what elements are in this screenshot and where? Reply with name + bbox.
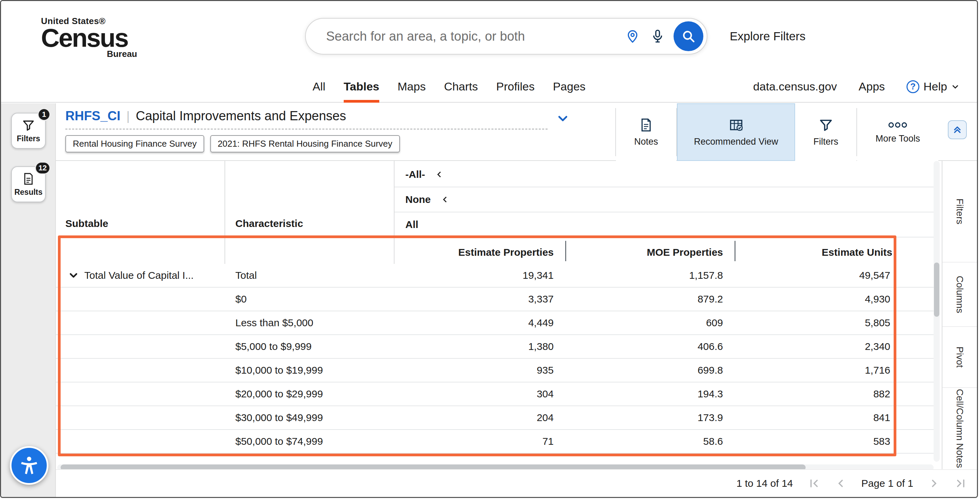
filters-tool-button[interactable]: Filters (795, 104, 857, 161)
moe-properties-cell: 699.8 (565, 359, 735, 382)
characteristic-cell: Total (224, 264, 394, 287)
filters-tool-label: Filters (813, 137, 838, 147)
tab-all[interactable]: All (313, 80, 325, 103)
results-count-badge: 12 (35, 162, 51, 174)
panel-tab-pivot[interactable]: Pivot (942, 327, 977, 388)
panel-tab-filters[interactable]: Filters (942, 161, 977, 263)
characteristic-column-header[interactable]: Characteristic (235, 218, 303, 229)
horizontal-scrollbar-thumb[interactable] (60, 465, 806, 469)
table-row[interactable]: $5,000 to $9,9991,380406.62,340 (56, 335, 934, 359)
moe-properties-cell: 1,157.8 (565, 264, 735, 287)
subtable-cell (56, 359, 224, 382)
census-bureau-logo[interactable]: United States® Census Bureau (41, 16, 137, 59)
sidebar-results-button[interactable]: 12 Results (11, 166, 46, 202)
help-menu[interactable]: ? Help (907, 80, 959, 93)
tab-pages[interactable]: Pages (553, 80, 585, 103)
table-row[interactable]: $50,000 to $74,9997158.6583 (56, 430, 934, 454)
moe-properties-cell: 58.6 (565, 430, 735, 453)
header-right-links: data.census.gov Apps ? Help (753, 1, 959, 103)
panel-tab-columns[interactable]: Columns (942, 263, 977, 327)
table-row[interactable]: $20,000 to $29,999304194.3882 (56, 382, 934, 406)
logo-census-text: Census (41, 26, 137, 49)
horizontal-scrollbar[interactable] (57, 465, 934, 469)
tab-maps[interactable]: Maps (398, 80, 426, 103)
moe-properties-cell: 406.6 (565, 335, 735, 358)
subtable-cell (56, 382, 224, 406)
top-header: United States® Census Bureau Ex (1, 1, 977, 103)
accessibility-button[interactable] (10, 446, 48, 485)
result-type-tabs: All Tables Maps Charts Profiles Pages (313, 1, 585, 103)
table-code[interactable]: RHFS_CI (65, 109, 121, 123)
microphone-icon[interactable] (650, 29, 665, 44)
moe-properties-cell: 609 (565, 311, 735, 334)
estimate-properties-cell: 19,341 (394, 264, 565, 287)
results-button-label: Results (14, 188, 42, 197)
estimate-units-column-header[interactable]: Estimate Units (735, 243, 892, 262)
table-spanner-row[interactable]: -All- (394, 162, 934, 187)
table-row[interactable]: $30,000 to $49,999204173.9841 (56, 406, 934, 430)
right-panel-tabs: Filters Columns Pivot Cell/Column Notes (942, 161, 977, 469)
three-circles-icon (888, 121, 908, 129)
previous-page-button[interactable] (835, 478, 846, 489)
estimate-units-cell: 583 (735, 430, 902, 453)
estimate-units-cell: 4,930 (735, 288, 902, 311)
document-icon (22, 172, 35, 186)
estimate-properties-column-header[interactable]: Estimate Properties (394, 243, 554, 262)
collapse-header-button[interactable] (948, 120, 967, 139)
subtable-cell (56, 406, 224, 429)
estimate-units-cell: 49,547 (735, 264, 902, 287)
notes-button[interactable]: Notes (616, 104, 676, 161)
characteristic-cell: $50,000 to $74,999 (224, 430, 394, 453)
tab-tables[interactable]: Tables (344, 80, 379, 103)
table-spanner-row[interactable]: None (394, 187, 934, 212)
survey-chip[interactable]: Rental Housing Finance Survey (65, 135, 204, 153)
characteristic-cell: $0 (224, 288, 394, 311)
table-row[interactable]: $03,337879.24,930 (56, 288, 934, 311)
location-pin-icon[interactable] (625, 29, 640, 44)
table-row[interactable]: $10,000 to $19,999935699.81,716 (56, 359, 934, 382)
table-row[interactable]: Total Value of Capital I...Total19,3411,… (56, 264, 934, 288)
moe-properties-cell: 879.2 (565, 288, 735, 311)
tab-charts[interactable]: Charts (444, 80, 478, 103)
moe-properties-column-header[interactable]: MOE Properties (565, 243, 723, 262)
help-label: Help (923, 80, 947, 93)
collapse-left-icon[interactable] (435, 170, 443, 178)
column-divider (735, 241, 735, 261)
spanner-all2-label: All (405, 219, 418, 230)
apps-link[interactable]: Apps (859, 80, 885, 93)
table-toolbar: Notes Recommended View (615, 104, 939, 161)
spanner-all-label: -All- (405, 169, 425, 180)
more-tools-button[interactable]: More Tools (857, 104, 939, 161)
recommended-view-button[interactable]: Recommended View (677, 104, 795, 161)
subtable-cell: Total Value of Capital I... (56, 264, 224, 287)
characteristic-cell: $10,000 to $19,999 (224, 359, 394, 382)
row-range-label: 1 to 14 of 14 (737, 478, 793, 489)
panel-tab-cell-column-notes[interactable]: Cell/Column Notes (942, 388, 977, 469)
data-table: -All- None All Subtable Characteristic E… (56, 161, 977, 469)
next-page-button[interactable] (929, 478, 940, 489)
last-page-button[interactable] (955, 478, 966, 489)
chevron-down-icon (951, 83, 959, 91)
subtable-cell (56, 288, 224, 311)
characteristic-cell: $20,000 to $29,999 (224, 382, 394, 406)
collapse-left-icon[interactable] (441, 196, 449, 204)
tab-profiles[interactable]: Profiles (496, 80, 535, 103)
estimate-properties-cell: 71 (394, 430, 565, 453)
table-select-chevron-icon[interactable] (557, 113, 569, 124)
table-row[interactable]: Less than $5,0004,4496095,805 (56, 311, 934, 335)
first-page-button[interactable] (809, 478, 819, 489)
estimate-properties-cell: 204 (394, 406, 565, 429)
recommended-view-label: Recommended View (694, 137, 778, 147)
search-button[interactable] (673, 21, 703, 51)
subtable-column-header[interactable]: Subtable (65, 218, 108, 229)
row-expander-chevron-icon[interactable] (69, 271, 78, 280)
sidebar-filters-button[interactable]: 1 Filters (11, 113, 46, 149)
data-census-gov-link[interactable]: data.census.gov (753, 80, 837, 93)
funnel-icon (818, 118, 834, 132)
dataset-chip[interactable]: 2021: RHFS Rental Housing Finance Survey (210, 135, 400, 153)
table-title-line: RHFS_CI | Capital Improvements and Expen… (65, 109, 547, 129)
pagination-bar: 1 to 14 of 14 Page 1 of 1 (56, 469, 977, 497)
table-spanner-row[interactable]: All (394, 212, 934, 237)
vertical-scrollbar-thumb[interactable] (934, 263, 939, 317)
vertical-scrollbar[interactable] (934, 161, 940, 462)
